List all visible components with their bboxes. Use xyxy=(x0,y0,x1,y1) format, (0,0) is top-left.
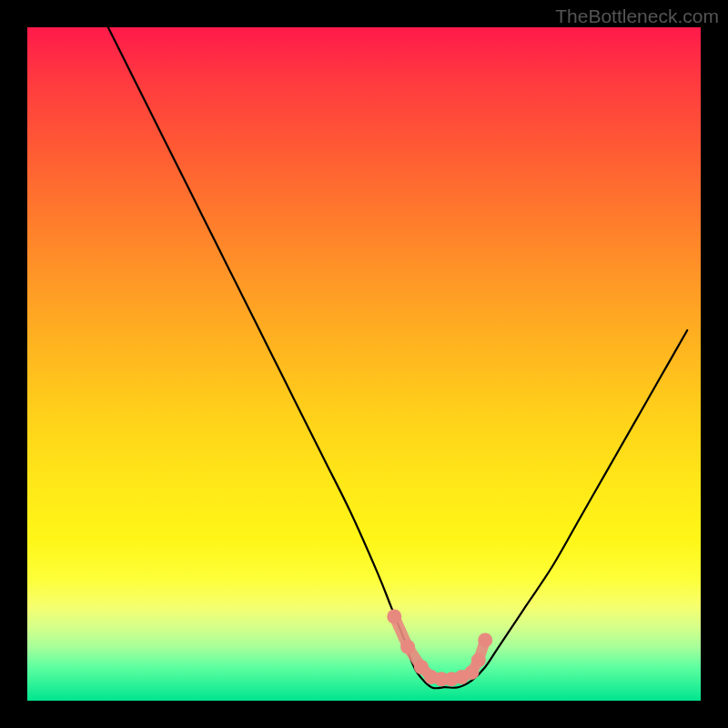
highlight-dot xyxy=(478,632,492,647)
highlight-markers xyxy=(387,610,492,687)
highlight-dot xyxy=(471,653,486,668)
bottleneck-curve xyxy=(108,27,687,688)
plot-area xyxy=(27,27,701,701)
watermark-text: TheBottleneck.com xyxy=(555,5,719,27)
highlight-dot xyxy=(400,640,415,654)
highlight-dot xyxy=(387,610,401,624)
chart-frame: TheBottleneck.com xyxy=(0,0,728,728)
chart-svg xyxy=(27,27,701,701)
